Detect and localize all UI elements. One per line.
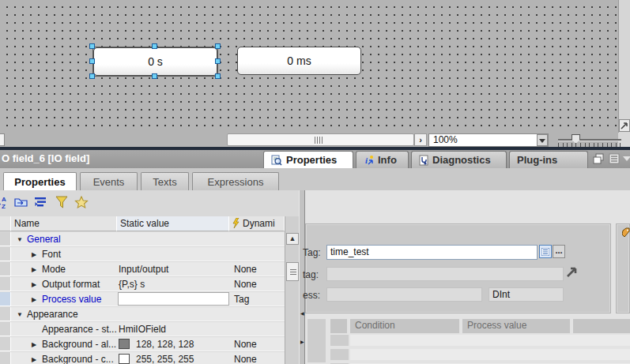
zoom-level-field[interactable]: 100% [428,133,549,147]
expand-arrow-icon[interactable]: ▶ [32,356,36,363]
condition-table-row[interactable] [350,335,630,347]
property-row-mode[interactable]: ▶ Mode Input/output None [11,262,285,276]
expand-folder-icon[interactable] [13,194,29,210]
row-static-value[interactable]: Input/output [119,264,168,275]
row-static-value[interactable]: HmiIOField [119,324,166,335]
selection-handle-nw[interactable] [89,43,95,49]
menu-list-icon[interactable] [609,153,620,164]
collapse-pane-button[interactable] [623,156,630,161]
tab-plug-ins[interactable]: Plug-ins [509,151,588,168]
pan-view-button[interactable] [619,119,630,132]
condition-row-header-corner [330,319,349,333]
data-type-field[interactable]: DInt [489,287,564,302]
row-dynamic-value[interactable]: None [234,339,257,350]
row-dynamic-value[interactable]: None [234,264,257,275]
io-field-ms[interactable]: 0 ms [237,47,361,75]
row-dynamic-value[interactable]: None [234,354,257,364]
splitter-right-arrow-icon[interactable]: ▶ [300,339,304,344]
row-margin[interactable] [0,277,11,291]
zoom-slider-track[interactable] [558,139,621,141]
selection-handle-sw[interactable] [89,73,95,79]
zoom-dropdown-button[interactable] [537,134,548,146]
expand-arrow-icon[interactable]: ▶ [32,281,36,288]
filter-icon[interactable] [54,194,70,210]
row-margin-selected[interactable] [0,292,11,306]
tab-info[interactable]: i Info [356,151,409,168]
plc-tag-field[interactable] [326,267,564,281]
subtab-texts-label: Texts [153,176,176,188]
row-margin[interactable] [0,232,11,246]
lightning-icon [232,218,240,228]
vertical-scrollbar-track[interactable] [618,0,630,133]
row-static-value[interactable]: {P,s} s [119,279,145,290]
selection-handle-s[interactable] [152,73,157,79]
hscroll-right-button[interactable]: › [414,133,427,146]
property-row-appearance[interactable]: ▼ Appearance [11,307,285,321]
selection-handle-ne[interactable] [215,43,221,49]
condition-row-header[interactable] [330,349,349,362]
tab-diagnostics[interactable]: Diagnostics [411,151,507,168]
tab-properties-label: Properties [286,154,337,166]
property-table-scrollbar[interactable]: ▲ [285,216,299,364]
tab-diagnostics-label: Diagnostics [432,154,491,166]
favorites-star-icon[interactable] [74,194,89,210]
property-row-appearance-style[interactable]: Appearance - st... HmiIOField [11,322,285,336]
row-margin[interactable] [0,352,11,364]
collapse-arrow-icon[interactable]: ▼ [17,236,23,243]
condition-table-row[interactable] [350,349,630,362]
selection-handle-se[interactable] [215,73,221,79]
tag-selection-list-button[interactable] [539,245,552,258]
color-swatch[interactable] [119,339,130,349]
subtab-expressions[interactable]: Expressions [192,172,279,190]
row-dynamic-value[interactable]: None [234,279,257,290]
expand-arrow-icon[interactable]: ▶ [32,251,36,258]
sort-az-icon[interactable]: A Z [0,194,12,210]
property-row-process-value[interactable]: ▶ Process value Tag [11,292,285,306]
selection-handle-w[interactable] [89,58,95,64]
splitter-left-arrow-icon[interactable]: ◀ [300,310,304,316]
tag-browse-button[interactable]: ... [553,245,565,258]
tag-value-field[interactable]: time_test [326,245,538,260]
collapse-arrow-icon[interactable]: ▼ [17,311,23,318]
column-header-condition[interactable]: Condition [350,319,461,333]
property-row-general[interactable]: ▼ General [11,232,285,246]
hmi-screen-canvas[interactable]: 0 ms 0 s [0,0,618,147]
process-value-input[interactable] [118,292,229,306]
goto-arrow-icon[interactable] [566,265,579,278]
hscroll-thumb[interactable] [227,133,414,146]
collapse-list-icon[interactable] [33,194,49,210]
row-static-value[interactable]: 128, 128, 128 [136,339,194,350]
row-margin[interactable] [0,247,11,261]
color-swatch[interactable] [119,354,130,364]
address-field[interactable] [326,287,482,302]
expand-arrow-icon[interactable]: ▶ [32,341,36,348]
column-header-process-value[interactable]: Process value [462,319,572,333]
row-margin[interactable] [0,337,11,351]
selection-handle-n[interactable] [152,43,157,49]
row-dynamic-value[interactable]: Tag [234,294,249,305]
column-header-dynamic[interactable]: Dynami [229,216,285,231]
scroll-up-button[interactable]: ▲ [286,233,299,245]
io-field-s[interactable]: 0 s [93,47,217,76]
float-window-icon[interactable] [593,153,604,164]
expand-arrow-icon[interactable]: ▶ [32,296,36,303]
scrollbar-thumb[interactable] [286,262,299,281]
property-row-background-color[interactable]: ▶ Background - c... 255, 255, 255 None [11,352,285,364]
column-header-name[interactable]: Name [11,216,117,231]
subtab-properties[interactable]: Properties [3,172,77,190]
hscroll-left-stub[interactable] [0,133,5,146]
property-row-font[interactable]: ▶ Font [11,247,285,261]
property-row-output-format[interactable]: ▶ Output format {P,s} s None [11,277,285,291]
condition-row-header[interactable] [330,335,349,347]
subtab-texts[interactable]: Texts [141,172,189,190]
tab-properties[interactable]: Properties [263,151,353,168]
subtab-events[interactable]: Events [80,172,138,190]
column-header-static-value[interactable]: Static value [117,216,229,231]
property-row-background-alt[interactable]: ▶ Background - al... 128, 128, 128 None [11,337,285,351]
row-static-value[interactable]: 255, 255, 255 [136,354,194,364]
selection-handle-e[interactable] [215,58,221,64]
row-margin[interactable] [0,262,11,276]
row-margin[interactable] [0,322,11,336]
row-margin[interactable] [0,307,11,321]
expand-arrow-icon[interactable]: ▶ [32,266,36,273]
